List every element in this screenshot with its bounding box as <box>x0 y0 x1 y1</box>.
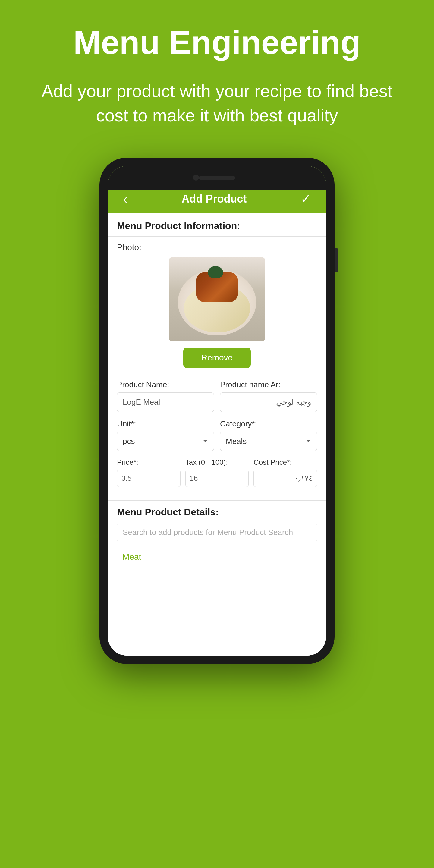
product-name-label: Product Name: <box>117 380 214 390</box>
cost-price-label: Cost Price*: <box>253 458 317 467</box>
search-result-text: Meat <box>122 552 141 561</box>
tax-label: Tax (0 - 100): <box>185 458 249 467</box>
nav-title: Add Product <box>182 193 247 205</box>
unit-label: Unit*: <box>117 419 214 429</box>
phone-side-button <box>335 248 338 272</box>
screen-content: Menu Product Information: Photo: <box>108 213 326 655</box>
details-section-title: Menu Product Details: <box>117 507 317 518</box>
search-placeholder: Search to add products for Menu Product … <box>123 528 293 537</box>
phone-speaker <box>199 176 235 180</box>
menu-product-info-section: Menu Product Information: <box>108 213 326 237</box>
price-input[interactable] <box>117 470 181 487</box>
product-name-row: Product Name: Product name Ar: <box>117 380 317 412</box>
cost-price-input[interactable] <box>253 470 317 487</box>
cost-price-group: Cost Price*: <box>253 458 317 487</box>
phone-camera <box>193 175 199 181</box>
phone-mockup: 🔋 ▲ ··· ◁ ٣:٤٤ ‹ Add Product ✓ Menu Prod… <box>99 158 335 664</box>
tax-input[interactable] <box>185 470 249 487</box>
price-group: Price*: <box>117 458 181 487</box>
price-label: Price*: <box>117 458 181 467</box>
food-topping2 <box>208 266 223 278</box>
tax-group: Tax (0 - 100): <box>185 458 249 487</box>
photo-label: Photo: <box>117 243 141 252</box>
food-image[interactable] <box>169 257 265 341</box>
product-name-input[interactable] <box>117 393 214 412</box>
back-button[interactable]: ‹ <box>123 190 128 207</box>
form-section: Product Name: Product name Ar: Unit*: <box>108 374 326 500</box>
category-select[interactable]: Meals <box>220 432 317 451</box>
photo-section: Photo: Remove <box>108 237 326 374</box>
remove-button[interactable]: Remove <box>183 347 251 368</box>
check-button[interactable]: ✓ <box>301 191 311 206</box>
search-result-item[interactable]: Meat <box>117 547 317 567</box>
product-name-group: Product Name: <box>117 380 214 412</box>
unit-category-row: Unit*: pcs Category*: Meals <box>117 419 317 451</box>
category-group: Category*: Meals <box>220 419 317 451</box>
section-title: Menu Product Information: <box>117 220 240 231</box>
search-input-wrapper[interactable]: Search to add products for Menu Product … <box>117 523 317 542</box>
hero-title: Menu Engineering <box>55 24 378 61</box>
price-row: Price*: Tax (0 - 100): Cost Price*: <box>117 458 317 487</box>
unit-group: Unit*: pcs <box>117 419 214 451</box>
product-name-ar-group: Product name Ar: <box>220 380 317 412</box>
hero-subtitle: Add your product with your recipe to fin… <box>0 79 434 127</box>
product-name-ar-label: Product name Ar: <box>220 380 317 390</box>
product-name-ar-input[interactable] <box>220 393 317 412</box>
photo-container: Remove <box>117 257 317 368</box>
category-label: Category*: <box>220 419 317 429</box>
unit-select[interactable]: pcs <box>117 432 214 451</box>
details-section: Menu Product Details: Search to add prod… <box>108 500 326 572</box>
